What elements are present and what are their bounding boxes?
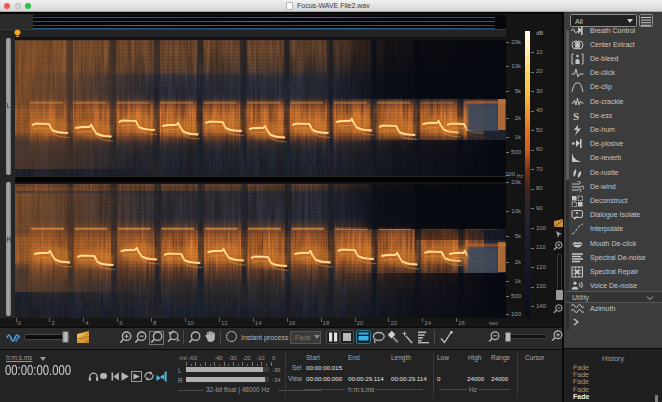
svg-text:S: S [573,110,579,122]
